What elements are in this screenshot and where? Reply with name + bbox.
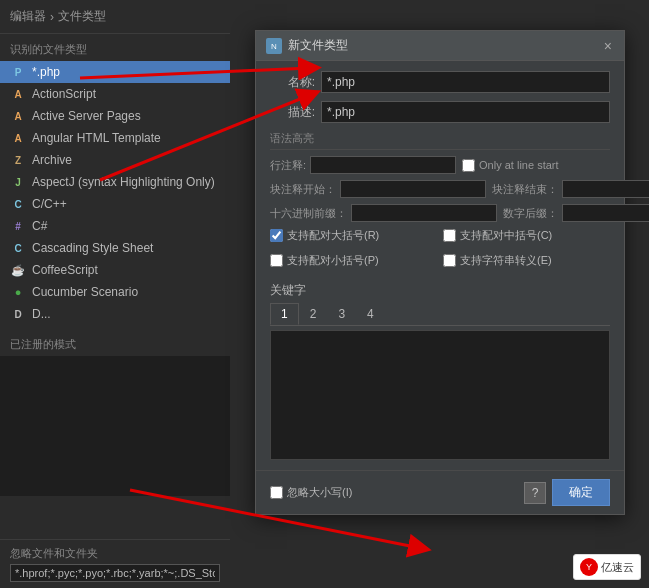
checkbox4[interactable] bbox=[443, 254, 456, 267]
dialog-title-icon: N bbox=[266, 38, 282, 54]
breadcrumb-separator: › bbox=[50, 10, 54, 24]
file-type-item[interactable]: D D... bbox=[0, 303, 230, 325]
block-comment-row: 块注释开始： 块注释结束： bbox=[270, 180, 610, 198]
file-type-label: *.php bbox=[32, 65, 60, 79]
num-suffix-group: 数字后缀： bbox=[503, 204, 649, 222]
file-icon: C bbox=[10, 196, 26, 212]
file-icon: P bbox=[10, 64, 26, 80]
file-type-item[interactable]: Z Archive bbox=[0, 149, 230, 171]
file-icon: C bbox=[10, 240, 26, 256]
file-type-item[interactable]: ☕ CoffeeScript bbox=[0, 259, 230, 281]
registered-label: 已注册的模式 bbox=[0, 329, 230, 356]
file-icon: A bbox=[10, 130, 26, 146]
close-button[interactable]: × bbox=[602, 38, 614, 54]
desc-input[interactable] bbox=[321, 101, 610, 123]
tab-4[interactable]: 4 bbox=[356, 303, 385, 325]
file-type-item[interactable]: # C# bbox=[0, 215, 230, 237]
file-icon: A bbox=[10, 108, 26, 124]
bottom-label: 忽略文件和文件夹 bbox=[10, 546, 220, 561]
tab-2[interactable]: 2 bbox=[299, 303, 328, 325]
file-type-item[interactable]: J AspectJ (syntax Highlighting Only) bbox=[0, 171, 230, 193]
block-comment-start-group: 块注释开始： bbox=[270, 180, 486, 198]
help-button[interactable]: ? bbox=[524, 482, 546, 504]
hex-prefix-input[interactable] bbox=[351, 204, 497, 222]
line-comment-label: 行注释: bbox=[270, 158, 306, 173]
registered-area bbox=[0, 356, 230, 496]
checkbox3-row: 支持配对小括号(P) bbox=[270, 253, 437, 268]
checkbox1[interactable] bbox=[270, 229, 283, 242]
file-type-label: C/C++ bbox=[32, 197, 67, 211]
ok-button[interactable]: 确定 bbox=[552, 479, 610, 506]
checkbox2-row: 支持配对中括号(C) bbox=[443, 228, 610, 243]
checkbox-row2: 支持配对小括号(P) 支持字符串转义(E) bbox=[270, 253, 610, 268]
dialog-body: 名称: 描述: 语法高亮 行注释: Only at line start 块注释… bbox=[256, 61, 624, 470]
line-comment-row: 行注释: Only at line start bbox=[270, 156, 610, 174]
file-icon: A bbox=[10, 86, 26, 102]
block-comment-end-group: 块注释结束： bbox=[492, 180, 649, 198]
syntax-section-label: 语法高亮 bbox=[270, 131, 610, 150]
file-type-item[interactable]: C Cascading Style Sheet bbox=[0, 237, 230, 259]
svg-text:N: N bbox=[271, 42, 277, 51]
file-type-item[interactable]: A Active Server Pages bbox=[0, 105, 230, 127]
checkbox4-label: 支持字符串转义(E) bbox=[460, 253, 552, 268]
file-type-label: D... bbox=[32, 307, 51, 321]
dialog-footer: 忽略大小写(I) ? 确定 bbox=[256, 470, 624, 514]
checkbox1-row: 支持配对大括号(R) bbox=[270, 228, 437, 243]
dialog-title-text: 新文件类型 bbox=[288, 37, 348, 54]
file-type-label: C# bbox=[32, 219, 47, 233]
file-icon: ● bbox=[10, 284, 26, 300]
hex-prefix-label: 十六进制前缀： bbox=[270, 206, 347, 221]
ignore-case-checkbox[interactable] bbox=[270, 486, 283, 499]
only-at-line-start-checkbox[interactable] bbox=[462, 159, 475, 172]
file-icon: Z bbox=[10, 152, 26, 168]
checkbox3[interactable] bbox=[270, 254, 283, 267]
bottom-section: 忽略文件和文件夹 bbox=[0, 539, 230, 588]
block-comment-end-input[interactable] bbox=[562, 180, 649, 198]
file-type-label: AspectJ (syntax Highlighting Only) bbox=[32, 175, 215, 189]
file-icon: J bbox=[10, 174, 26, 190]
ignore-files-input[interactable] bbox=[10, 564, 220, 582]
watermark-text: 亿速云 bbox=[601, 560, 634, 575]
hex-num-row: 十六进制前缀： 数字后缀： bbox=[270, 204, 610, 222]
dialog-title-bar: N 新文件类型 × bbox=[256, 31, 624, 61]
block-comment-start-label: 块注释开始： bbox=[270, 182, 336, 197]
checkbox2[interactable] bbox=[443, 229, 456, 242]
watermark: Y 亿速云 bbox=[573, 554, 641, 580]
file-type-label: Archive bbox=[32, 153, 72, 167]
file-type-item[interactable]: ● Cucumber Scenario bbox=[0, 281, 230, 303]
line-comment-group: 行注释: bbox=[270, 156, 456, 174]
num-suffix-label: 数字后缀： bbox=[503, 206, 558, 221]
file-type-label: Active Server Pages bbox=[32, 109, 141, 123]
footer-buttons: ? 确定 bbox=[524, 479, 610, 506]
file-type-label: Cucumber Scenario bbox=[32, 285, 138, 299]
checkbox-row1: 支持配对大括号(R) 支持配对中括号(C) bbox=[270, 228, 610, 243]
file-type-item[interactable]: A ActionScript bbox=[0, 83, 230, 105]
block-comment-start-input[interactable] bbox=[340, 180, 486, 198]
checkbox3-label: 支持配对小括号(P) bbox=[287, 253, 379, 268]
name-input[interactable] bbox=[321, 71, 610, 93]
only-at-line-start-label: Only at line start bbox=[479, 159, 558, 171]
file-type-list: P *.php A ActionScript A Active Server P… bbox=[0, 61, 230, 325]
tab-1[interactable]: 1 bbox=[270, 303, 299, 325]
keywords-textarea[interactable] bbox=[270, 330, 610, 460]
num-suffix-input[interactable] bbox=[562, 204, 649, 222]
line-comment-input[interactable] bbox=[310, 156, 456, 174]
desc-label: 描述: bbox=[270, 104, 315, 121]
file-type-item[interactable]: P *.php bbox=[0, 61, 230, 83]
file-type-label: ActionScript bbox=[32, 87, 96, 101]
breadcrumb-part1: 编辑器 bbox=[10, 8, 46, 25]
desc-row: 描述: bbox=[270, 101, 610, 123]
checkbox4-row: 支持字符串转义(E) bbox=[443, 253, 610, 268]
file-type-label: Angular HTML Template bbox=[32, 131, 161, 145]
tab-3[interactable]: 3 bbox=[327, 303, 356, 325]
file-type-label: CoffeeScript bbox=[32, 263, 98, 277]
file-icon: # bbox=[10, 218, 26, 234]
name-label: 名称: bbox=[270, 74, 315, 91]
file-icon: ☕ bbox=[10, 262, 26, 278]
file-icon: D bbox=[10, 306, 26, 322]
file-type-item[interactable]: A Angular HTML Template bbox=[0, 127, 230, 149]
file-type-item[interactable]: C C/C++ bbox=[0, 193, 230, 215]
recognize-label: 识别的文件类型 bbox=[0, 34, 230, 61]
breadcrumb: 编辑器 › 文件类型 bbox=[0, 0, 230, 34]
hex-prefix-group: 十六进制前缀： bbox=[270, 204, 497, 222]
